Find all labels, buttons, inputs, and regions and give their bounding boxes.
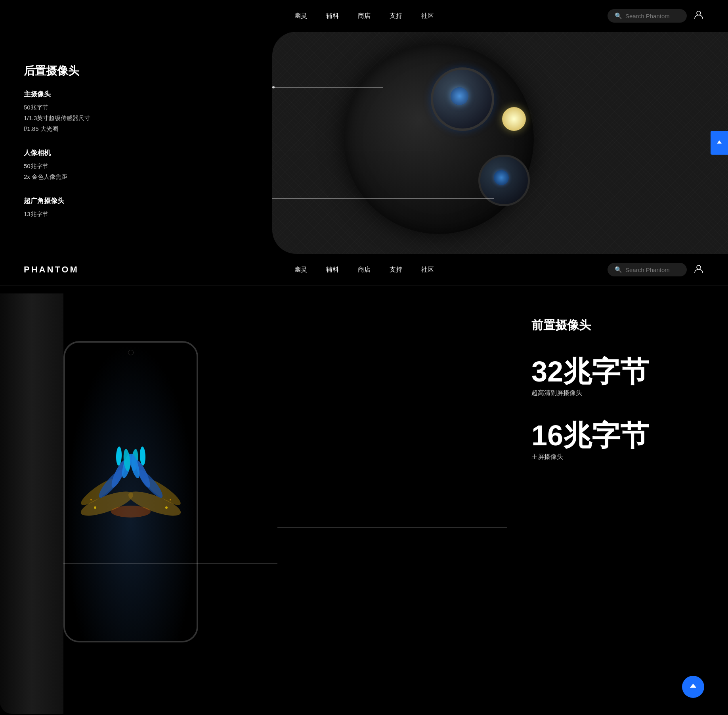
rear-spec-ultrawide-0: 13兆字节 [24,209,90,219]
connector-line-top [277,527,507,528]
connector-line-bottom [277,603,507,603]
top-navbar: 幽灵 辅料 商店 支持 社区 🔍 [0,0,728,32]
search-input-top[interactable] [625,13,681,19]
guide-line-main-front [63,563,277,564]
bottom-nav-shop[interactable]: 商店 [358,266,371,274]
search-icon: 🔍 [615,12,622,19]
bottom-nav-links: 幽灵 辅料 商店 支持 社区 [294,266,434,274]
top-search-box[interactable]: 🔍 [608,9,687,23]
front-phone-device [0,293,222,714]
bird-wings-illustration [71,432,190,551]
bottom-navbar-right: 🔍 [608,263,704,276]
front-spec-group-1: 16兆字节 主屏摄像头 [531,421,649,461]
svg-point-1 [697,265,701,269]
phantom-logo: PHANTOM [24,265,79,275]
svg-point-19 [170,499,171,500]
rear-spec-main-0: 50兆字节 [24,102,90,113]
rear-spec-portrait-1: 2x 金色人像焦距 [24,171,90,182]
rear-spec-portrait-0: 50兆字节 [24,161,90,171]
front-spec-number-0: 32兆字节 [531,357,649,386]
camera-bump [344,44,534,234]
phone-screen-content [65,343,197,641]
user-icon-bottom[interactable] [693,263,704,276]
rear-spec-label-portrait: 人像相机 [24,148,90,157]
front-spec-group-0: 32兆字节 超高清副屏摄像头 [531,357,649,397]
flash-led [502,107,526,131]
section-front-camera: 前置摄像头 32兆字节 超高清副屏摄像头 16兆字节 主屏摄像头 [0,286,728,715]
front-spec-desc-1: 主屏摄像头 [531,453,649,461]
bottom-search-box[interactable]: 🔍 [608,263,687,276]
top-nav-links: 幽灵 辅料 商店 支持 社区 [294,12,434,20]
top-navbar-right: 🔍 [608,9,704,23]
rear-specs-panel: 后置摄像头 主摄像头 50兆字节 1/1.3英寸超级传感器尺寸 f/1.85 大… [24,63,90,234]
rear-spec-group-main: 主摄像头 50兆字节 1/1.3英寸超级传感器尺寸 f/1.85 大光圈 [24,90,90,134]
nav-item-support[interactable]: 支持 [390,12,402,20]
spec-line-tele [272,198,494,199]
guide-line-selfie [63,488,277,488]
front-spec-desc-0: 超高清副屏摄像头 [531,389,649,397]
user-icon-top[interactable] [693,9,704,23]
bottom-nav-phantom[interactable]: 幽灵 [294,266,307,274]
bottom-nav-accessories[interactable]: 辅料 [326,266,339,274]
search-input-bottom[interactable] [625,266,681,273]
spec-line-portrait [272,151,439,151]
rear-spec-group-portrait: 人像相机 50兆字节 2x 金色人像焦距 [24,148,90,182]
spec-dot-main [272,86,275,88]
phone-front-screen [63,341,198,642]
bottom-navbar: PHANTOM 幽灵 辅料 商店 支持 社区 🔍 [0,254,728,286]
search-icon-bottom: 🔍 [615,266,622,273]
svg-point-15 [116,447,122,466]
front-section-title: 前置摄像头 [531,317,649,334]
lens-main [431,67,494,131]
section-rear-camera: 后置摄像头 主摄像头 50兆字节 1/1.3英寸超级传感器尺寸 f/1.85 大… [0,32,728,254]
bottom-nav-community[interactable]: 社区 [421,266,434,274]
punch-hole-camera [128,350,134,355]
svg-point-18 [165,506,168,509]
front-specs-panel: 前置摄像头 32兆字节 超高清副屏摄像头 16兆字节 主屏摄像头 [531,317,649,485]
nav-item-phantom[interactable]: 幽灵 [294,12,307,20]
rear-spec-label-main: 主摄像头 [24,90,90,99]
rear-spec-group-ultrawide: 超广角摄像头 13兆字节 [24,196,90,219]
rear-section-title: 后置摄像头 [24,63,90,79]
nav-item-accessories[interactable]: 辅料 [326,12,339,20]
phone-side-left [0,293,63,714]
svg-point-16 [94,506,96,509]
rear-spec-label-ultrawide: 超广角摄像头 [24,196,90,205]
svg-point-8 [139,447,146,466]
bottom-nav-support[interactable]: 支持 [390,266,402,274]
spec-line-main [272,87,383,88]
rear-phone-image [272,32,728,254]
nav-item-community[interactable]: 社区 [421,12,434,20]
rear-spec-main-2: f/1.85 大光圈 [24,123,90,134]
scroll-up-button-bottom[interactable] [682,676,704,698]
scroll-up-button-side[interactable] [711,131,728,155]
front-spec-number-1: 16兆字节 [531,421,649,450]
svg-point-0 [697,11,701,15]
nav-item-shop[interactable]: 商店 [358,12,371,20]
svg-point-17 [90,499,92,500]
rear-spec-main-1: 1/1.3英寸超级传感器尺寸 [24,113,90,123]
svg-point-20 [111,506,151,518]
